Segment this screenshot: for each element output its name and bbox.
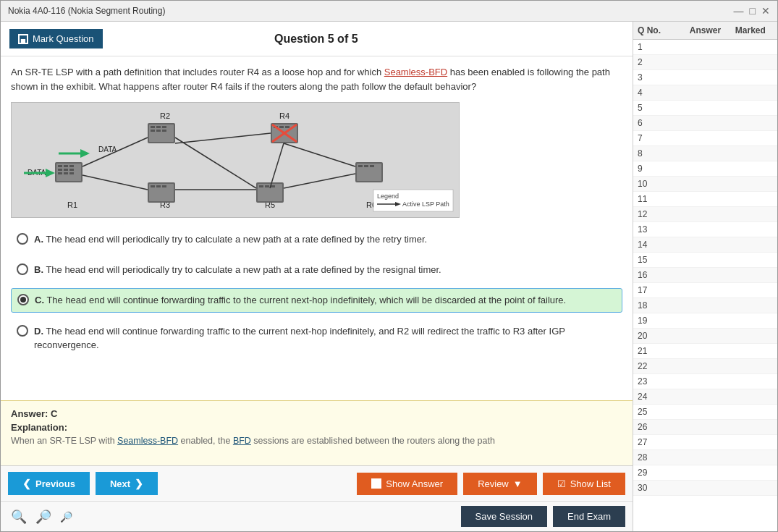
sidebar-row-marked	[728, 133, 773, 143]
explanation-text: When an SR-TE LSP with Seamless-BFD enab…	[11, 436, 622, 446]
svg-rect-31	[162, 130, 166, 132]
sidebar-row-num: 19	[638, 316, 682, 326]
minimize-icon[interactable]: —	[734, 5, 744, 17]
sidebar-row-marked	[728, 392, 773, 402]
sidebar-row[interactable]: 7	[633, 131, 777, 146]
sidebar-row[interactable]: 22	[633, 359, 777, 374]
svg-rect-26	[151, 126, 155, 128]
sidebar-row[interactable]: 13	[633, 222, 777, 237]
review-button[interactable]: Review ▼	[463, 473, 537, 495]
main-window: Nokia 4A0-116 (Nokia Segment Routing) — …	[0, 0, 778, 532]
previous-button[interactable]: ❮ Previous	[8, 472, 90, 495]
sidebar-row-marked	[728, 164, 773, 174]
show-list-button[interactable]: ☑ Show List	[543, 473, 625, 495]
zoom-reset-button[interactable]: 🔎	[33, 507, 54, 526]
sidebar-row[interactable]: 6	[633, 116, 777, 131]
svg-rect-36	[285, 126, 289, 128]
checkbox-icon: ■	[18, 34, 28, 44]
option-c-label: C. The head end will continue forwarding…	[35, 293, 566, 308]
sidebar-row[interactable]: 12	[633, 207, 777, 222]
radio-c[interactable]	[17, 294, 29, 305]
sidebar-row[interactable]: 29	[633, 465, 777, 481]
sidebar-row-num: 10	[638, 179, 682, 189]
sidebar-row-marked	[728, 452, 773, 463]
sidebar-row[interactable]: 5	[633, 101, 777, 116]
sidebar-row[interactable]: 9	[633, 161, 777, 177]
highlight-seamless-bfd: Seamless-BFD	[384, 67, 447, 77]
sidebar-row-answer	[682, 194, 727, 204]
sidebar-row[interactable]: 4	[633, 85, 777, 101]
right-sidebar: Q No. Answer Marked 1 2 3 4 5	[633, 22, 777, 531]
sidebar-row[interactable]: 23	[633, 374, 777, 389]
option-a[interactable]: A. The head end will periodically try to…	[11, 228, 622, 251]
window-title: Nokia 4A0-116 (Nokia Segment Routing)	[8, 6, 165, 16]
sidebar-row-marked	[728, 285, 773, 295]
sidebar-row[interactable]: 1	[633, 40, 777, 55]
sidebar-row[interactable]: 10	[633, 177, 777, 192]
sidebar-row[interactable]: 25	[633, 405, 777, 420]
option-d[interactable]: D. The head end will continue forwarding…	[11, 320, 622, 357]
bottom-bar: ❮ Previous Next ❯ Show Answer Review ▼ ☑	[1, 465, 633, 501]
option-b[interactable]: B. The head end will periodically try to…	[11, 258, 622, 282]
svg-rect-21	[58, 172, 62, 174]
radio-a[interactable]	[17, 233, 28, 245]
question-text: An SR-TE LSP with a path definition that…	[11, 65, 622, 93]
radio-d[interactable]	[17, 325, 28, 337]
explanation-label: Explanation:	[11, 422, 622, 433]
sidebar-col-answer: Answer	[682, 25, 727, 35]
sidebar-row-answer	[682, 316, 727, 326]
sidebar-row-marked	[728, 103, 773, 113]
sidebar-row-num: 20	[638, 331, 682, 341]
sidebar-row-answer	[682, 407, 727, 417]
svg-rect-20	[69, 169, 74, 171]
sidebar-row-answer	[682, 376, 727, 387]
sidebar-row-num: 3	[638, 72, 682, 83]
sidebar-row[interactable]: 30	[633, 481, 777, 496]
sidebar-row[interactable]: 3	[633, 70, 777, 85]
sidebar-row[interactable]: 21	[633, 344, 777, 359]
sidebar-row-marked	[728, 407, 773, 417]
end-exam-button[interactable]: End Exam	[553, 506, 625, 527]
sidebar-row-answer	[682, 483, 727, 493]
show-answer-button[interactable]: Show Answer	[357, 473, 457, 495]
svg-rect-15	[58, 165, 62, 167]
close-icon[interactable]: ✕	[761, 5, 770, 17]
sidebar-row-num: 11	[638, 194, 682, 204]
next-button[interactable]: Next ❯	[96, 472, 158, 495]
zoom-in-button[interactable]: 🔎	[57, 507, 75, 526]
svg-text:R2: R2	[160, 111, 170, 120]
svg-text:Legend: Legend	[377, 193, 399, 200]
review-label: Review	[478, 478, 509, 489]
save-session-button[interactable]: Save Session	[461, 506, 548, 527]
sidebar-row[interactable]: 27	[633, 435, 777, 450]
checkbox-show-list-icon: ☑	[557, 478, 566, 489]
sidebar-row[interactable]: 28	[633, 450, 777, 465]
sidebar-row[interactable]: 14	[633, 237, 777, 253]
sidebar-row[interactable]: 20	[633, 329, 777, 344]
sidebar-row[interactable]: 19	[633, 313, 777, 329]
sidebar-row-answer	[682, 346, 727, 356]
sidebar-row[interactable]: 26	[633, 420, 777, 435]
sidebar-row[interactable]: 8	[633, 146, 777, 161]
previous-label: Previous	[35, 478, 75, 489]
sidebar-row[interactable]: 17	[633, 283, 777, 298]
sidebar-row[interactable]: 2	[633, 55, 777, 70]
svg-rect-46	[259, 185, 263, 187]
sidebar-row[interactable]: 16	[633, 268, 777, 283]
sidebar-row[interactable]: 11	[633, 192, 777, 207]
sidebar-row-answer	[682, 300, 727, 311]
sidebar-row[interactable]: 18	[633, 298, 777, 313]
mark-question-button[interactable]: ■ Mark Question	[9, 29, 103, 48]
sidebar-row-marked	[728, 376, 773, 387]
sidebar-row[interactable]: 24	[633, 389, 777, 405]
zoom-out-button[interactable]: 🔍	[8, 507, 30, 526]
sidebar-list[interactable]: 1 2 3 4 5 6 7 8	[633, 40, 777, 531]
option-c[interactable]: C. The head end will continue forwarding…	[11, 288, 622, 313]
sidebar-row-marked	[728, 179, 773, 189]
sidebar-row[interactable]: 15	[633, 253, 777, 268]
radio-b[interactable]	[17, 263, 28, 275]
sidebar-row-num: 13	[638, 224, 682, 235]
sidebar-row-num: 17	[638, 285, 682, 295]
mark-question-label: Mark Question	[33, 33, 94, 44]
restore-icon[interactable]: □	[750, 5, 756, 17]
